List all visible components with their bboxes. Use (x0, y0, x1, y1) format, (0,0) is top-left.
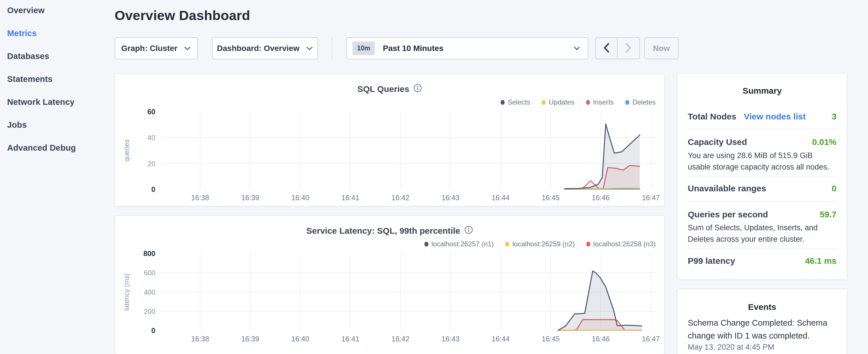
svg-text:20: 20 (148, 160, 155, 167)
divider (688, 176, 836, 177)
page-title: Overview Dashboard (115, 7, 250, 23)
legend-dot (505, 242, 509, 247)
info-icon[interactable] (413, 84, 422, 95)
now-button-label: Now (653, 44, 670, 53)
svg-text:16:45: 16:45 (541, 194, 560, 202)
sidebar-item-overview[interactable]: Overview (7, 6, 45, 17)
summary-heading: Summary (677, 86, 847, 96)
qps-label: Queries per second (688, 210, 768, 219)
sidebar-nav: OverviewMetricsDatabasesStatementsNetwor… (0, 0, 115, 354)
chevron-down-icon (184, 44, 191, 53)
time-range-label: Past 10 Minutes (383, 44, 574, 53)
service-latency-title: Service Latency: SQL, 99th percentile (115, 225, 664, 236)
legend-label: localhost:26258 (n3) (593, 240, 656, 248)
events-heading: Events (677, 302, 847, 312)
svg-text:16:44: 16:44 (492, 335, 510, 343)
previous-time-button[interactable] (596, 38, 618, 59)
svg-text:0: 0 (151, 326, 155, 334)
svg-text:0: 0 (151, 185, 155, 193)
info-icon[interactable] (464, 225, 473, 236)
svg-text:200: 200 (144, 308, 155, 315)
sidebar-item-network-latency[interactable]: Network Latency (7, 97, 74, 109)
svg-text:latency (ms): latency (ms) (123, 273, 130, 311)
legend-label: localhost:26259 (n2) (513, 240, 575, 248)
sidebar-item-jobs[interactable]: Jobs (7, 120, 27, 132)
event-message[interactable]: Schema Change Completed: Schema change w… (688, 317, 836, 342)
legend-dot (625, 100, 629, 105)
sidebar-item-advanced-debug[interactable]: Advanced Debug (7, 143, 76, 155)
summary-panel: Summary Total NodesView nodes list 3 Cap… (677, 73, 847, 280)
dashboard-dropdown-label: Dashboard: Overview (217, 44, 300, 53)
svg-text:600: 600 (144, 269, 155, 277)
legend-dot (541, 100, 546, 105)
time-range-dropdown[interactable]: 10m Past 10 Minutes (346, 37, 588, 59)
toolbar-divider (332, 37, 333, 59)
service-latency-chart[interactable]: 16:3816:3916:4016:4116:4216:4316:4416:45… (115, 216, 665, 354)
event-timestamp: May 13, 2020 at 4:45 PM (688, 343, 774, 352)
legend-label: Updates (549, 98, 574, 106)
legend-dot (501, 100, 505, 105)
graph-scope-dropdown[interactable]: Graph: Cluster (115, 37, 198, 59)
svg-text:16:38: 16:38 (191, 194, 209, 202)
svg-text:16:39: 16:39 (241, 335, 259, 343)
legend-dot (586, 100, 590, 105)
time-range-chip: 10m (352, 41, 375, 55)
svg-text:16:40: 16:40 (291, 335, 309, 343)
total-nodes-label: Total NodesView nodes list (688, 112, 806, 122)
svg-text:16:40: 16:40 (291, 194, 309, 202)
svg-text:16:39: 16:39 (241, 194, 259, 202)
chevron-down-icon (574, 46, 580, 51)
sidebar-item-metrics[interactable]: Metrics (7, 29, 37, 40)
legend-item-selects[interactable]: Selects (501, 98, 530, 106)
svg-text:400: 400 (144, 288, 155, 296)
sql-queries-card: 16:3816:3916:4016:4116:4216:4316:4416:45… (115, 74, 665, 206)
svg-text:16:43: 16:43 (442, 194, 460, 202)
qps-value: 59.7 (820, 210, 836, 219)
events-panel: Events Schema Change Completed: Schema c… (677, 288, 847, 354)
next-time-button[interactable] (618, 38, 639, 59)
legend-item-localhost-26257-n1-[interactable]: localhost:26257 (n1) (425, 240, 494, 248)
legend-item-inserts[interactable]: Inserts (586, 98, 614, 106)
dashboard-dropdown[interactable]: Dashboard: Overview (212, 37, 318, 59)
svg-text:16:46: 16:46 (592, 335, 610, 343)
svg-text:16:41: 16:41 (341, 194, 359, 202)
legend-item-localhost-26259-n2-[interactable]: localhost:26259 (n2) (505, 240, 575, 248)
divider (688, 201, 836, 202)
svg-text:16:44: 16:44 (492, 194, 510, 202)
view-nodes-list-link[interactable]: View nodes list (744, 112, 806, 121)
svg-text:16:42: 16:42 (392, 335, 409, 343)
svg-text:800: 800 (143, 250, 155, 257)
svg-text:16:45: 16:45 (541, 335, 560, 343)
legend-label: Selects (508, 98, 530, 106)
sidebar-item-statements[interactable]: Statements (7, 74, 53, 86)
unavailable-ranges-value: 0 (832, 184, 836, 193)
sql-queries-legend: SelectsUpdatesInsertsDeletes (501, 98, 656, 106)
capacity-used-value: 0.01% (812, 137, 836, 147)
svg-text:40: 40 (148, 134, 155, 141)
service-latency-legend: localhost:26257 (n1)localhost:26259 (n2)… (425, 240, 656, 248)
svg-text:16:47: 16:47 (642, 335, 660, 343)
legend-label: localhost:26257 (n1) (432, 240, 494, 248)
svg-text:16:47: 16:47 (642, 194, 660, 202)
p99-latency-value: 46.1 ms (805, 256, 836, 266)
legend-item-deletes[interactable]: Deletes (625, 98, 656, 106)
legend-item-localhost-26258-n3-[interactable]: localhost:26258 (n3) (586, 240, 656, 248)
legend-dot (425, 242, 428, 247)
legend-item-updates[interactable]: Updates (541, 98, 574, 106)
svg-text:queries: queries (123, 139, 130, 162)
unavailable-ranges-label: Unavailable ranges (688, 184, 766, 193)
qps-description: Sum of Selects, Updates, Inserts, and De… (688, 222, 836, 245)
sidebar-item-databases[interactable]: Databases (7, 52, 49, 63)
svg-text:60: 60 (147, 108, 155, 116)
legend-label: Deletes (632, 98, 656, 106)
divider (688, 129, 836, 129)
graph-scope-label: Graph: Cluster (121, 44, 177, 53)
service-latency-card: 16:3816:3916:4016:4116:4216:4316:4416:45… (115, 215, 665, 354)
svg-text:16:38: 16:38 (191, 335, 209, 343)
chevron-down-icon (306, 44, 313, 53)
total-nodes-value: 3 (832, 112, 836, 122)
sql-queries-title: SQL Queries (115, 84, 664, 95)
main-content: Overview Dashboard Graph: Cluster Dashbo… (115, 0, 665, 354)
now-button[interactable]: Now (644, 37, 679, 59)
svg-text:16:42: 16:42 (392, 194, 409, 202)
